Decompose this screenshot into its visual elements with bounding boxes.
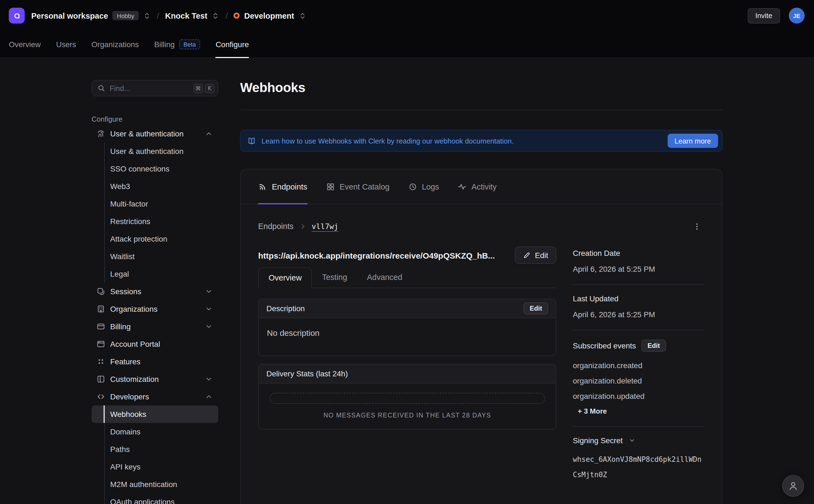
learn-more-button[interactable]: Learn more (667, 134, 718, 148)
tab-logs[interactable]: Logs (408, 169, 439, 204)
delivery-stats-body: NO MESSAGES RECEIVED IN THE LAST 28 DAYS (259, 383, 556, 429)
endpoint-breadcrumb-row: Endpoints vll7wj (258, 219, 704, 234)
pencil-icon (523, 251, 531, 259)
sidebar-item-domains[interactable]: Domains (92, 423, 218, 440)
subtab-advanced[interactable]: Advanced (357, 267, 412, 288)
edit-subscribed-events-button[interactable]: Edit (641, 340, 666, 352)
content-area: ⌘ K Configure User & authentication User… (0, 58, 814, 504)
endpoint-id-link[interactable]: vll7wj (311, 222, 338, 231)
signing-secret-label: Signing Secret (573, 436, 623, 445)
command-key: ⌘ (193, 84, 203, 93)
invite-button[interactable]: Invite (748, 8, 780, 23)
tab-configure[interactable]: Configure (216, 31, 249, 58)
tab-billing[interactable]: Billing Beta (154, 31, 200, 58)
chevron-down-icon (628, 437, 636, 444)
webhooks-card: Endpoints Event Catalog Lo (240, 169, 722, 504)
tab-organizations[interactable]: Organizations (92, 31, 139, 58)
support-avatar-button[interactable] (782, 475, 804, 497)
workspace-breadcrumb: Personal workspace Hobby / Knock Test / … (9, 8, 306, 24)
subscribed-events-list: organization.created organization.delete… (573, 358, 704, 404)
clerk-logo-icon (12, 11, 21, 20)
tab-event-catalog[interactable]: Event Catalog (326, 169, 389, 204)
endpoint-url-row: https://api.knock.app/integrations/recei… (258, 247, 556, 264)
creation-date-value: April 6, 2026 at 5:25 PM (573, 265, 704, 273)
delivery-stats-header: Delivery Stats (last 24h) (259, 364, 556, 383)
sidebar-item-account-portal[interactable]: Account Portal (92, 335, 218, 353)
breadcrumb-endpoints-link[interactable]: Endpoints (258, 222, 293, 231)
environment-dot-icon (234, 13, 240, 19)
application-switcher[interactable]: Knock Test (165, 11, 219, 20)
subtab-overview[interactable]: Overview (258, 267, 312, 288)
sidebar-item-api-keys[interactable]: API keys (92, 458, 218, 476)
sidebar-item-paths[interactable]: Paths (92, 440, 218, 458)
sidebar-item-sso-connections[interactable]: SSO connections (92, 160, 218, 177)
search-box[interactable]: ⌘ K (92, 80, 218, 96)
sidebar-item-m2m-authentication[interactable]: M2M authentication (92, 476, 218, 493)
user-authentication-icon (96, 129, 105, 138)
sidebar-item-waitlist[interactable]: Waitlist (92, 248, 218, 265)
subtab-testing[interactable]: Testing (312, 267, 357, 288)
sidebar-item-sessions[interactable]: Sessions (92, 283, 218, 300)
show-more-events-button[interactable]: + 3 More (573, 407, 607, 415)
features-icon (96, 357, 105, 366)
docs-banner: Learn how to use Webhooks with Clerk by … (240, 130, 722, 152)
page-title: Webhooks (240, 80, 722, 95)
description-empty-text: No description (259, 318, 556, 356)
tab-label: Event Catalog (339, 182, 389, 191)
description-title: Description (266, 304, 305, 313)
environment-switcher[interactable]: Development (234, 11, 306, 20)
sidebar-item-web3[interactable]: Web3 (92, 177, 218, 195)
endpoint-menu-button[interactable] (689, 219, 704, 234)
sidebar-item-features[interactable]: Features (92, 353, 218, 370)
sidebar-item-customization[interactable]: Customization (92, 370, 218, 388)
tab-label: Users (56, 40, 76, 49)
sidebar-item-webhooks[interactable]: Webhooks (92, 405, 218, 423)
sidebar-item-organizations[interactable]: Organizations (92, 300, 218, 318)
tab-label: Activity (472, 182, 497, 191)
logs-icon (408, 182, 417, 191)
k-key: K (205, 84, 214, 93)
sidebar-item-restrictions[interactable]: Restrictions (92, 213, 218, 230)
sessions-icon (96, 287, 105, 296)
user-avatar[interactable]: JE (789, 8, 805, 24)
clerk-logo[interactable] (9, 8, 25, 24)
chevron-down-icon (205, 323, 213, 330)
sidebar-item-billing[interactable]: Billing (92, 318, 218, 335)
meta-divider (573, 330, 704, 330)
tab-label: Configure (216, 40, 249, 49)
tab-overview[interactable]: Overview (9, 31, 41, 58)
sidebar-item-developers[interactable]: Developers (92, 388, 218, 405)
tab-activity[interactable]: Activity (458, 169, 497, 204)
sidebar-item-user-authentication[interactable]: User & authentication (92, 142, 218, 160)
description-card: Description Edit No description (258, 299, 556, 356)
workspace-switcher[interactable]: Personal workspace Hobby (31, 11, 151, 20)
chevron-up-down-icon (298, 12, 306, 19)
docs-banner-link[interactable]: Learn how to use Webhooks with Clerk by … (261, 137, 662, 145)
workspace-name: Personal workspace (31, 11, 108, 20)
sidebar-item-multi-factor[interactable]: Multi-factor (92, 195, 218, 213)
search-input[interactable] (110, 84, 189, 92)
description-header: Description Edit (259, 299, 556, 318)
topbar: Personal workspace Hobby / Knock Test / … (0, 0, 814, 31)
edit-description-button[interactable]: Edit (524, 302, 548, 314)
tab-endpoints[interactable]: Endpoints (258, 169, 307, 204)
tab-label: Logs (422, 182, 439, 191)
organizations-icon (96, 305, 105, 313)
tab-users[interactable]: Users (56, 31, 76, 58)
sidebar-item-legal[interactable]: Legal (92, 265, 218, 283)
endpoint-subtabs: Overview Testing Advanced (258, 267, 556, 288)
chevron-up-icon (205, 130, 213, 138)
main-panel: Webhooks Learn how to use Webhooks with … (240, 80, 722, 504)
endpoint-detail-columns: https://api.knock.app/integrations/recei… (258, 247, 704, 483)
sidebar-item-oauth-applications[interactable]: OAuth applications (92, 493, 218, 504)
sidebar-item-user-authentication-group[interactable]: User & authentication (92, 125, 218, 142)
signing-secret-value: whsec_6AXonVJ8mNP8cd6pk2illWDnCsMjtn0Z (573, 452, 704, 483)
customization-icon (96, 375, 105, 383)
sidebar-item-attack-protection[interactable]: Attack protection (92, 230, 218, 248)
signing-secret-header[interactable]: Signing Secret (573, 436, 704, 445)
environment-name: Development (244, 11, 294, 20)
edit-endpoint-button[interactable]: Edit (515, 247, 556, 264)
webhooks-tabs: Endpoints Event Catalog Lo (241, 169, 722, 204)
delivery-stats-title: Delivery Stats (last 24h) (266, 369, 348, 378)
chevron-down-icon (205, 305, 213, 313)
